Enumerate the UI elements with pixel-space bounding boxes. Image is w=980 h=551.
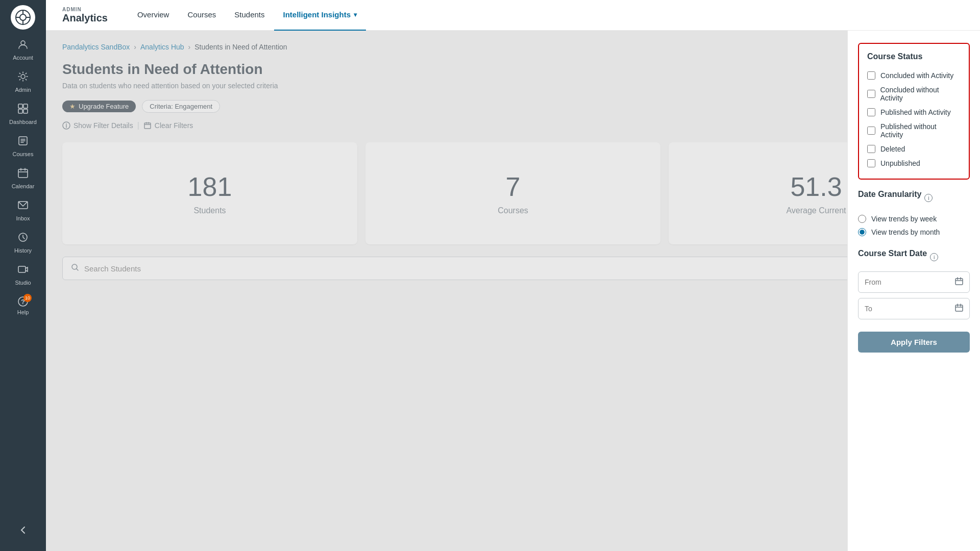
svg-rect-9 bbox=[23, 104, 28, 108]
radio-by-week[interactable]: View trends by week bbox=[858, 212, 970, 226]
studio-icon bbox=[17, 264, 29, 278]
checkbox-published-without-activity-label: Published without Activity bbox=[880, 122, 961, 139]
help-icon: ? 10 bbox=[17, 296, 29, 307]
checkbox-published-with-activity[interactable]: Published with Activity bbox=[867, 105, 961, 119]
checkbox-deleted[interactable]: Deleted bbox=[867, 142, 961, 156]
svg-point-6 bbox=[21, 41, 25, 45]
checkbox-unpublished[interactable]: Unpublished bbox=[867, 156, 961, 170]
sidebar-item-calendar-label: Calendar bbox=[12, 183, 35, 189]
from-date-wrap bbox=[858, 271, 970, 293]
checkbox-published-without-activity-input[interactable] bbox=[867, 127, 875, 135]
sidebar-item-studio-label: Studio bbox=[15, 280, 31, 286]
sidebar-collapse-button[interactable] bbox=[18, 517, 28, 546]
svg-rect-8 bbox=[18, 104, 22, 108]
content-area: Pandalytics SandBox › Analytics Hub › St… bbox=[46, 31, 980, 551]
checkbox-concluded-without-activity[interactable]: Concluded without Activity bbox=[867, 83, 961, 105]
svg-point-1 bbox=[20, 14, 26, 20]
checkbox-unpublished-input[interactable] bbox=[867, 159, 875, 167]
checkbox-concluded-without-activity-input[interactable] bbox=[867, 90, 875, 98]
sidebar-item-history-label: History bbox=[14, 247, 32, 254]
svg-rect-11 bbox=[23, 109, 28, 113]
to-calendar-icon[interactable] bbox=[955, 304, 963, 314]
svg-rect-10 bbox=[18, 109, 22, 113]
date-granularity-section: Date Granularity i View trends by week V… bbox=[858, 190, 970, 239]
brand: ADMIN Analytics bbox=[62, 7, 108, 24]
sidebar-item-courses[interactable]: Courses bbox=[0, 130, 46, 162]
help-badge-count: 10 bbox=[23, 294, 32, 302]
calendar-icon bbox=[17, 167, 29, 181]
svg-rect-38 bbox=[955, 305, 963, 311]
chevron-down-icon: ▾ bbox=[354, 11, 357, 18]
account-icon bbox=[17, 39, 29, 53]
sidebar-item-inbox-label: Inbox bbox=[16, 215, 30, 221]
inbox-icon bbox=[17, 199, 29, 213]
sidebar-item-help-label: Help bbox=[17, 309, 29, 315]
sidebar-item-courses-label: Courses bbox=[13, 151, 34, 157]
checkbox-deleted-label: Deleted bbox=[880, 145, 905, 153]
sidebar-item-dashboard[interactable]: Dashboard bbox=[0, 98, 46, 130]
filter-overlay[interactable] bbox=[46, 31, 980, 551]
svg-rect-22 bbox=[18, 266, 26, 272]
apply-filters-button[interactable]: Apply Filters bbox=[858, 332, 970, 353]
sidebar-item-history[interactable]: History bbox=[0, 227, 46, 259]
nav-intelligent-insights[interactable]: Intelligent Insights ▾ bbox=[274, 0, 366, 31]
dashboard-icon bbox=[17, 103, 29, 117]
top-nav: ADMIN Analytics Overview Courses Student… bbox=[46, 0, 980, 31]
sidebar-item-inbox[interactable]: Inbox bbox=[0, 194, 46, 227]
sidebar-item-admin[interactable]: Admin bbox=[0, 66, 46, 98]
checkbox-concluded-with-activity-input[interactable] bbox=[867, 71, 875, 80]
sidebar-item-dashboard-label: Dashboard bbox=[9, 119, 37, 125]
brand-admin-label: ADMIN bbox=[62, 7, 108, 12]
admin-icon bbox=[17, 71, 29, 85]
checkbox-concluded-with-activity-label: Concluded with Activity bbox=[880, 71, 953, 80]
svg-rect-16 bbox=[18, 169, 28, 178]
sidebar-item-account-label: Account bbox=[13, 55, 33, 61]
svg-rect-34 bbox=[955, 279, 963, 285]
svg-point-7 bbox=[21, 74, 25, 79]
checkbox-unpublished-label: Unpublished bbox=[880, 159, 920, 167]
courses-icon bbox=[17, 135, 29, 149]
course-start-date-title: Course Start Date bbox=[858, 249, 927, 258]
from-date-input[interactable] bbox=[865, 278, 955, 286]
checkbox-published-without-activity[interactable]: Published without Activity bbox=[867, 119, 961, 142]
checkbox-published-with-activity-input[interactable] bbox=[867, 108, 875, 116]
radio-by-week-label: View trends by week bbox=[871, 215, 937, 223]
radio-by-month[interactable]: View trends by month bbox=[858, 226, 970, 239]
main-area: ADMIN Analytics Overview Courses Student… bbox=[46, 0, 980, 551]
checkbox-concluded-with-activity[interactable]: Concluded with Activity bbox=[867, 68, 961, 83]
course-start-date-section: Course Start Date i bbox=[858, 249, 970, 319]
app-logo[interactable] bbox=[11, 5, 35, 30]
radio-by-month-input[interactable] bbox=[858, 228, 866, 236]
sidebar-item-help[interactable]: ? 10 Help bbox=[0, 291, 46, 320]
sidebar-item-account[interactable]: Account bbox=[0, 34, 46, 66]
date-granularity-info-icon[interactable]: i bbox=[924, 194, 933, 202]
to-date-input[interactable] bbox=[865, 305, 955, 313]
checkbox-deleted-input[interactable] bbox=[867, 145, 875, 153]
radio-by-week-input[interactable] bbox=[858, 215, 866, 223]
sidebar: Account Admin Dashboard Courses Calendar… bbox=[0, 0, 46, 551]
nav-courses[interactable]: Courses bbox=[178, 0, 225, 31]
course-status-section: Course Status Concluded with Activity Co… bbox=[858, 43, 970, 180]
course-status-title: Course Status bbox=[867, 52, 961, 61]
to-date-wrap bbox=[858, 298, 970, 319]
course-start-date-title-row: Course Start Date i bbox=[858, 249, 970, 265]
from-calendar-icon[interactable] bbox=[955, 277, 963, 287]
brand-name-label: Analytics bbox=[62, 12, 108, 24]
top-nav-links: Overview Courses Students Intelligent In… bbox=[128, 0, 366, 31]
checkbox-published-with-activity-label: Published with Activity bbox=[880, 108, 951, 116]
filter-panel: Course Status Concluded with Activity Co… bbox=[847, 31, 980, 551]
radio-by-month-label: View trends by month bbox=[871, 228, 940, 236]
sidebar-item-studio[interactable]: Studio bbox=[0, 259, 46, 291]
sidebar-item-calendar[interactable]: Calendar bbox=[0, 162, 46, 194]
date-granularity-title: Date Granularity bbox=[858, 190, 921, 199]
sidebar-item-admin-label: Admin bbox=[15, 87, 31, 93]
history-icon bbox=[17, 232, 29, 245]
checkbox-concluded-without-activity-label: Concluded without Activity bbox=[880, 86, 961, 102]
course-start-date-info-icon[interactable]: i bbox=[930, 253, 938, 261]
nav-overview[interactable]: Overview bbox=[128, 0, 179, 31]
nav-students[interactable]: Students bbox=[225, 0, 274, 31]
date-granularity-title-row: Date Granularity i bbox=[858, 190, 970, 206]
